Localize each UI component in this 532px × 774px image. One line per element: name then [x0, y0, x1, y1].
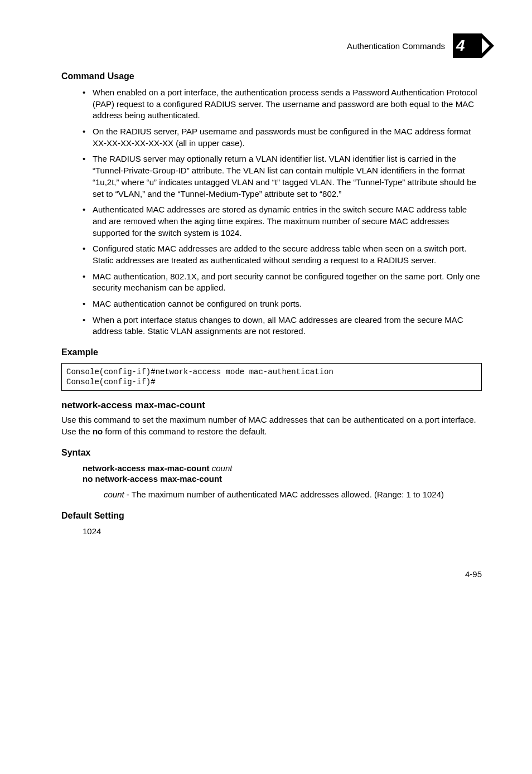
page-header: Authentication Commands 4 [61, 33, 482, 58]
command-description: Use this command to set the maximum numb… [61, 414, 482, 437]
param-description: count - The maximum number of authentica… [104, 489, 482, 501]
default-value: 1024 [61, 526, 482, 536]
syntax-line-1: network-access max-mac-count count [83, 463, 482, 473]
chapter-number: 4 [456, 37, 465, 55]
syntax-line-2: no network-access max-mac-count [83, 474, 482, 483]
list-item: MAC authentication cannot be configured … [93, 298, 482, 310]
usage-list: When enabled on a port interface, the au… [61, 87, 482, 337]
page-footer: 4-95 [61, 569, 482, 579]
desc-text-post: form of this command to restore the defa… [103, 427, 267, 436]
syntax-cmd-bold: network-access max-mac-count [83, 463, 212, 473]
param-italic: count [104, 490, 124, 499]
list-item: The RADIUS server may optionally return … [93, 153, 482, 200]
chapter-icon: 4 [453, 33, 482, 58]
desc-bold: no [93, 427, 103, 436]
list-item: When a port interface status changes to … [93, 315, 482, 337]
default-heading: Default Setting [61, 511, 482, 521]
list-item: When enabled on a port interface, the au… [93, 87, 482, 122]
syntax-block: network-access max-mac-count count no ne… [61, 463, 482, 483]
example-heading: Example [61, 347, 482, 357]
list-item: Configured static MAC addresses are adde… [93, 243, 482, 266]
command-name: network-access max-mac-count [61, 400, 482, 411]
syntax-cmd-bold: no network-access max-mac-count [83, 474, 222, 483]
syntax-cmd-italic: count [212, 463, 233, 473]
list-item: Authenticated MAC addresses are stored a… [93, 204, 482, 239]
syntax-heading: Syntax [61, 448, 482, 458]
command-usage-heading: Command Usage [61, 71, 482, 81]
list-item: On the RADIUS server, PAP username and p… [93, 126, 482, 149]
code-example: Console(config-if)#network-access mode m… [61, 363, 482, 391]
header-title: Authentication Commands [347, 41, 445, 51]
param-text: - The maximum number of authenticated MA… [124, 490, 444, 499]
param-block: count - The maximum number of authentica… [61, 489, 482, 501]
list-item: MAC authentication, 802.1X, and port sec… [93, 271, 482, 294]
